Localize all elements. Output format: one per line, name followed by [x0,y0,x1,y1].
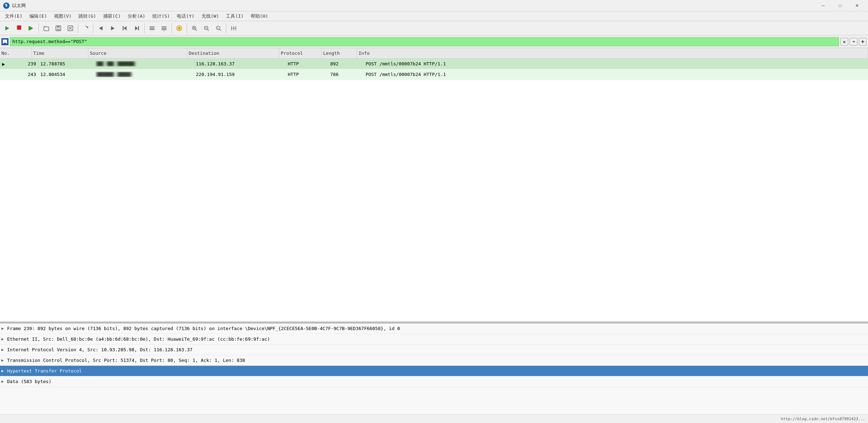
packet-destination: 116.128.163.37 [194,61,286,66]
close-file-button[interactable] [65,23,76,34]
svg-line-31 [196,29,197,31]
menu-help[interactable]: 帮助(H) [247,12,272,20]
menu-bar: 文件(E) 编辑(E) 视图(V) 跳转(G) 捕获(C) 分析(A) 统计(S… [0,11,868,21]
close-button[interactable]: ✕ [849,1,865,11]
restore-button[interactable]: □ [832,1,848,11]
colorize-button[interactable] [174,23,185,34]
svg-marker-1 [5,26,9,30]
svg-rect-4 [29,26,30,30]
menu-view[interactable]: 视图(V) [51,12,75,20]
resize-columns-button[interactable] [228,23,239,34]
reload-button[interactable] [80,23,91,34]
svg-rect-19 [138,26,139,30]
table-row[interactable]: ▶ 239 12.788785 ██ ██ █████ 116.128.163.… [0,59,868,69]
filter-add-button[interactable]: + [859,38,867,46]
menu-analyze[interactable]: 分析(A) [124,12,148,20]
filter-arrow-button[interactable]: ➜ [850,38,857,46]
separator-5 [171,23,172,33]
packet-info: POST /mmtls/00007b24 HTTP/1.1 [364,61,868,66]
packet-no: 243 [7,72,39,77]
packet-list-header: No. Time Source Destination Protocol Len… [0,48,868,59]
svg-rect-21 [150,28,155,29]
navigate-forward-button[interactable] [107,23,118,34]
row-arrow-icon: ▶ [0,61,7,67]
detail-ip[interactable]: ▶ Internet Protocol Version 4, Src: 10.9… [0,345,868,355]
open-file-button[interactable] [41,23,52,34]
expand-tcp-icon: ▶ [1,358,7,363]
expand-data-icon: ▶ [1,379,7,384]
expand-frame-icon: ▶ [1,326,7,331]
jump-first-button[interactable] [119,23,130,34]
menu-file[interactable]: 文件(E) [1,12,26,20]
header-no: No. [0,48,32,58]
svg-rect-17 [123,26,124,30]
wireshark-icon [3,2,10,9]
separator-6 [187,23,187,33]
expand-ethernet-icon: ▶ [1,337,7,341]
http-detail-text: Hypertext Transfer Protocol [7,368,867,374]
header-source: Source [88,48,187,58]
menu-capture[interactable]: 捕获(C) [100,12,124,20]
svg-rect-8 [57,26,60,28]
svg-text:1: 1 [217,27,219,30]
stop-capture-button[interactable] [13,23,25,34]
detail-tcp[interactable]: ▶ Transmission Control Protocol, Src Por… [0,355,868,366]
restart-button[interactable] [25,23,37,34]
svg-rect-24 [162,27,167,27]
auto-scroll-button[interactable] [158,23,170,34]
zoom-out-button[interactable] [201,23,212,34]
title-text: 以太网 [12,2,26,9]
svg-marker-15 [111,26,115,30]
status-text: http://blog.csdn.net/bfss87991423... [781,417,865,421]
detail-ethernet[interactable]: ▶ Ethernet II, Src: Dell_68:bc:0e (a4:bb… [0,334,868,345]
header-protocol: Protocol [279,48,322,58]
save-file-button[interactable] [53,23,64,34]
svg-marker-16 [124,26,127,30]
menu-phone[interactable]: 电话(Y) [173,12,198,20]
svg-rect-25 [162,28,167,29]
svg-rect-22 [150,29,155,30]
filter-bar: ✕ ➜ + [0,35,868,48]
jump-last-button[interactable] [131,23,142,34]
detail-frame[interactable]: ▶ Frame 239: 892 bytes on wire (7136 bit… [0,323,868,334]
header-info: Info [357,48,868,58]
menu-wireless[interactable]: 无线(W) [198,12,222,20]
frame-detail-text: Frame 239: 892 bytes on wire (7136 bits)… [7,326,867,331]
data-detail-text: Data (583 bytes) [7,379,867,384]
menu-jump[interactable]: 跳转(G) [75,12,99,20]
start-capture-button[interactable] [1,23,13,34]
scroll-packet-button[interactable] [146,23,158,34]
packet-no: 239 [7,61,39,66]
packet-destination: 220.194.91.159 [194,72,286,77]
svg-marker-3 [29,26,33,30]
title-bar-controls: ─ □ ✕ [815,1,865,11]
packet-length: 892 [329,61,364,66]
packet-source: █████ ████ [95,72,194,77]
zoom-in-button[interactable] [189,23,200,34]
ip-detail-text: Internet Protocol Version 4, Src: 10.93.… [7,347,867,352]
header-time: Time [32,48,88,58]
menu-edit[interactable]: 编辑(E) [26,12,50,20]
menu-tools[interactable]: 工具(I) [222,12,247,20]
packet-list: No. Time Source Destination Protocol Len… [0,48,868,321]
expand-ip-icon: ▶ [1,347,7,352]
menu-stats[interactable]: 统计(S) [149,12,173,20]
packet-source: ██ ██ █████ [95,61,194,66]
filter-clear-button[interactable]: ✕ [840,38,848,46]
status-bar: http://blog.csdn.net/bfss87991423... [0,415,868,423]
ethernet-detail-text: Ethernet II, Src: Dell_68:bc:0e (a4:bb:6… [7,336,867,342]
svg-line-38 [220,29,221,31]
navigate-back-button[interactable] [95,23,106,34]
packet-length: 786 [329,72,364,77]
table-row[interactable]: 243 12.804534 █████ ████ 220.194.91.159 … [0,69,868,80]
detail-data[interactable]: ▶ Data (583 bytes) [0,376,868,387]
separator-7 [226,23,226,33]
filter-bookmark-icon [1,38,8,45]
reset-zoom-button[interactable]: 1 [213,23,224,34]
minimize-button[interactable]: ─ [815,1,831,11]
detail-http[interactable]: ▶ Hypertext Transfer Protocol [0,366,868,376]
svg-marker-27 [164,31,164,31]
svg-marker-14 [99,26,103,30]
filter-input[interactable] [10,37,839,46]
svg-rect-5 [44,27,49,31]
